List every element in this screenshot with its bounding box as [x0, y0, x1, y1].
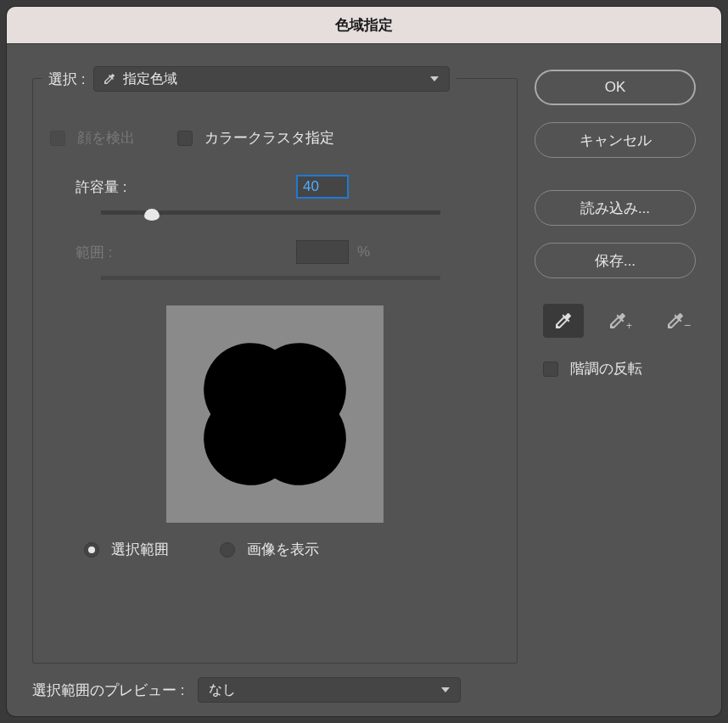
invert-label: 階調の反転	[570, 359, 642, 378]
eyedropper-minus-icon: −	[667, 311, 691, 331]
image-radio-label: 画像を表示	[247, 540, 319, 559]
dialog-title: 色域指定	[7, 7, 721, 44]
color-clusters-label: カラークラスタ指定	[204, 128, 334, 148]
eyedropper-icon	[553, 311, 574, 331]
cancel-button[interactable]: キャンセル	[535, 122, 696, 158]
svg-text:−: −	[684, 318, 691, 331]
svg-text:+: +	[626, 320, 632, 331]
eyedropper-tool[interactable]	[543, 304, 584, 338]
select-colors-dropdown[interactable]: 指定色域	[93, 66, 450, 92]
preview-label: 選択範囲のプレビュー :	[32, 681, 184, 700]
preview-dropdown[interactable]: なし	[198, 677, 461, 703]
range-label: 範囲 :	[76, 243, 296, 262]
eyedropper-subtract-tool[interactable]: −	[658, 304, 699, 338]
save-button[interactable]: 保存...	[535, 243, 696, 278]
select-label: 選択 :	[48, 70, 85, 89]
range-slider	[101, 276, 440, 280]
dropdown-value: 指定色域	[123, 70, 177, 88]
detect-faces-checkbox	[50, 131, 65, 146]
ok-button[interactable]: OK	[535, 70, 696, 105]
detect-faces-label: 顔を検出	[77, 128, 135, 148]
color-clusters-checkbox[interactable]	[177, 131, 193, 146]
image-radio[interactable]	[220, 542, 235, 558]
color-range-dialog: 色域指定 選択 : 指定色域	[7, 7, 721, 716]
chevron-down-icon	[441, 687, 450, 692]
chevron-down-icon	[430, 76, 439, 81]
load-button[interactable]: 読み込み...	[535, 190, 696, 226]
preview-shape	[173, 312, 377, 516]
range-suffix: %	[357, 244, 370, 261]
eyedropper-icon	[103, 72, 116, 86]
selection-radio[interactable]	[84, 542, 99, 558]
invert-checkbox[interactable]	[543, 362, 558, 377]
selection-radio-label: 選択範囲	[111, 540, 169, 559]
fuzziness-slider[interactable]	[101, 210, 440, 215]
slider-thumb[interactable]	[144, 209, 160, 221]
eyedropper-plus-icon: +	[609, 311, 633, 331]
preview-thumbnail	[166, 305, 384, 523]
fuzziness-label: 許容量 :	[76, 177, 296, 197]
range-input	[296, 240, 349, 264]
eyedropper-add-tool[interactable]: +	[601, 304, 641, 338]
fuzziness-input[interactable]	[296, 175, 349, 199]
preview-dropdown-value: なし	[209, 681, 236, 699]
